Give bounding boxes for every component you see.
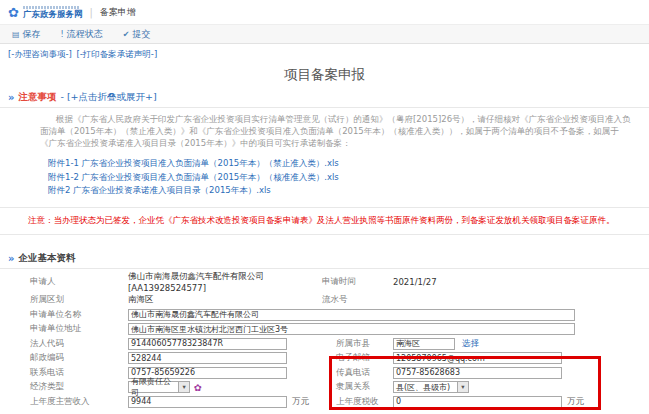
affiliation-value: 县(区、县级市) <box>396 382 450 393</box>
city-select-link[interactable]: 选择 <box>462 338 479 350</box>
divider <box>0 207 649 208</box>
save-icon: ▤ <box>12 30 20 39</box>
section-arrow-icon: » <box>8 254 14 263</box>
save-button[interactable]: ▤ 保存 <box>12 28 41 41</box>
row-unit-addr: 申请单位地址 <box>0 323 649 337</box>
email-input[interactable] <box>393 352 562 364</box>
divider <box>0 234 649 235</box>
tax-input[interactable] <box>393 396 562 408</box>
postal-input[interactable] <box>128 352 287 364</box>
applicant-label: 申请人 <box>30 276 128 288</box>
row-unit-name: 申请单位名称 <box>0 308 649 322</box>
logo-text: 广东政务服务网 <box>23 10 83 19</box>
serial-label: 流水号 <box>322 294 393 306</box>
row-phone-fax: 联系电话 传真电话 <box>0 366 649 380</box>
red-warning-note: 注意：当办理状态为已签发，企业凭《广东省技术改造投资项目备案申请表》及法人营业执… <box>0 214 649 227</box>
check-icon: ✔ <box>123 30 130 39</box>
attachment-list: 附件1-1 广东省企业投资项目准入负面清单（2015年本）（禁止准入类）.xls… <box>0 151 649 200</box>
save-button-label: 保存 <box>23 28 41 41</box>
chevron-down-icon: ▾ <box>178 382 189 392</box>
help-flower-icon[interactable]: ✿ <box>194 382 202 393</box>
row-econ-affil: 经济类型 有限责任公司 ▾ ✿ 隶属关系 县(区、县级市) ▾ <box>0 381 649 395</box>
fax-label: 传真电话 <box>336 367 393 379</box>
top-header: ✿ 广东政务服务网 | 备案申增 <box>0 0 649 24</box>
notice-paragraph: 根据《广东省人民政府关于印发广东省企业投资项目实行清单管理意见（试行）的通知》（… <box>0 108 649 151</box>
apply-time-value: 2021/1/27 <box>393 277 437 287</box>
email-label: 电子邮箱 <box>336 352 393 364</box>
legal-code-label: 法人代码 <box>30 338 128 350</box>
section-arrow-icon: » <box>8 93 14 102</box>
app-title: 备案申增 <box>100 6 136 19</box>
legal-code-input[interactable] <box>128 338 287 350</box>
gov-logo-icon: ✿ <box>8 5 19 20</box>
row-postal-email: 邮政编码 电子邮箱 <box>0 352 649 366</box>
print-commitment-link[interactable]: [-打印备案承诺声明-] <box>76 49 157 59</box>
toolbar: ▤ 保存 ! 流程状态 ✔ 提交 <box>0 24 649 44</box>
row-district: 所属区划 南海区 流水号 <box>0 294 649 308</box>
company-section-header: » 企业基本资料 <box>0 249 649 269</box>
status-button-label: 流程状态 <box>67 28 103 41</box>
unit-addr-input[interactable] <box>128 323 575 335</box>
income-input[interactable] <box>128 396 287 408</box>
tax-unit: 万元 <box>567 396 584 408</box>
consult-matters-link[interactable]: [-办理咨询事项-] <box>8 49 72 59</box>
header-divider: | <box>89 7 92 18</box>
row-legal-code-city: 法人代码 所属市县 选择 <box>0 337 649 351</box>
attachment-link-1[interactable]: 附件1-1 广东省企业投资项目准入负面清单（2015年本）（禁止准入类）.xls <box>48 157 649 171</box>
affiliation-select[interactable]: 县(区、县级市) ▾ <box>393 381 469 393</box>
company-section-title: 企业基本资料 <box>18 252 75 265</box>
district-value: 南海区 <box>128 294 154 306</box>
page-title: 项目备案申报 <box>0 66 649 84</box>
income-label: 上年度主营收入 <box>30 396 128 408</box>
row-income-tax: 上年度主营收入 万元 上年度税收 万元 <box>0 395 649 409</box>
submit-button[interactable]: ✔ 提交 <box>123 28 151 41</box>
chevron-down-icon: ▾ <box>457 382 468 392</box>
economic-type-label: 经济类型 <box>30 381 128 393</box>
company-form: 申请人 佛山市南海晟仞鑫汽车配件有限公司[AA13928524577] 申请时间… <box>0 271 649 409</box>
submit-button-label: 提交 <box>132 28 150 41</box>
phone-label: 联系电话 <box>30 367 128 379</box>
notice-section-title: 注意事项 <box>18 91 56 104</box>
status-icon: ! <box>61 30 64 39</box>
quick-links-row: [-办理咨询事项-] [-打印备案承诺声明-] <box>0 44 649 63</box>
notice-collapse-toggle[interactable]: - [+点击折叠或展开+] <box>60 91 156 104</box>
district-label: 所属区划 <box>30 294 128 306</box>
applicant-value: 佛山市南海晟仞鑫汽车配件有限公司[AA13928524577] <box>128 271 322 293</box>
tax-label: 上年度税收 <box>336 396 393 408</box>
unit-name-input[interactable] <box>128 309 575 321</box>
process-status-button[interactable]: ! 流程状态 <box>61 28 103 41</box>
attachment-link-3[interactable]: 附件2 广东省企业投资承诺准入项目目录（2015年本）.xls <box>48 184 649 198</box>
city-input[interactable] <box>393 338 455 350</box>
income-unit: 万元 <box>292 396 309 408</box>
unit-name-label: 申请单位名称 <box>30 309 128 321</box>
city-label: 所属市县 <box>336 338 393 350</box>
affiliation-label: 隶属关系 <box>336 381 393 393</box>
fax-input[interactable] <box>393 367 562 379</box>
attachment-link-2[interactable]: 附件1-2 广东省企业投资项目准入负面清单（2015年本）（核准准入类）.xls <box>48 171 649 185</box>
apply-time-label: 申请时间 <box>322 276 393 288</box>
row-applicant: 申请人 佛山市南海晟仞鑫汽车配件有限公司[AA13928524577] 申请时间… <box>0 271 649 293</box>
notice-section-header: » 注意事项 - [+点击折叠或展开+] <box>0 88 649 108</box>
unit-addr-label: 申请单位地址 <box>30 323 128 335</box>
postal-label: 邮政编码 <box>30 352 128 364</box>
economic-type-select[interactable]: 有限责任公司 ▾ <box>128 381 190 393</box>
